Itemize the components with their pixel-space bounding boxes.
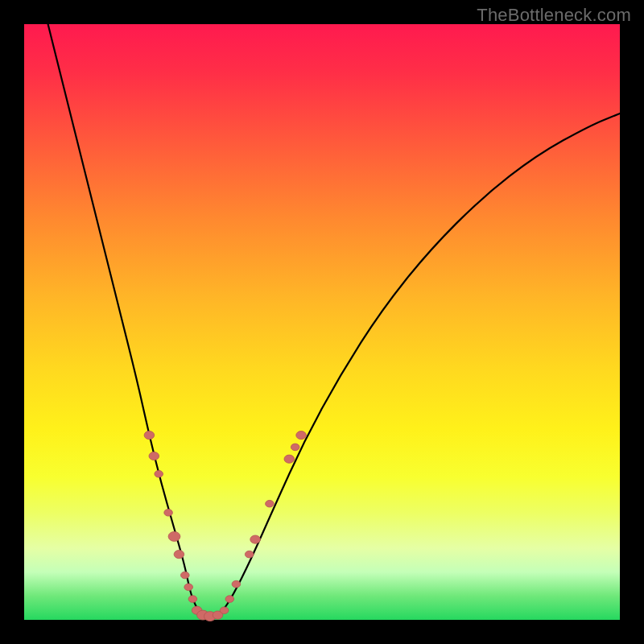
- plot-area: [24, 24, 620, 620]
- curve-marker: [225, 596, 234, 603]
- curve-marker: [155, 470, 163, 477]
- curve-marker: [184, 584, 193, 591]
- curve-marker: [174, 551, 184, 559]
- curve-marker: [149, 452, 159, 460]
- curve-marker: [220, 607, 229, 614]
- curve-marker: [232, 580, 241, 588]
- curve-marker: [164, 510, 173, 517]
- curve-marker: [284, 455, 295, 463]
- curve-marker: [291, 444, 299, 451]
- curve-marker: [181, 572, 190, 579]
- watermark-text: TheBottleneck.com: [477, 5, 631, 26]
- curve-marker: [144, 431, 155, 440]
- curve-marker: [296, 431, 307, 440]
- curve-marker: [250, 535, 261, 543]
- chart-frame: TheBottleneck.com: [0, 0, 644, 644]
- curve-marker: [266, 500, 275, 507]
- marker-group: [144, 431, 306, 621]
- curve-marker: [168, 531, 180, 541]
- curve-marker: [188, 596, 197, 603]
- curve-svg: [24, 24, 620, 620]
- bottleneck-curve: [48, 24, 620, 616]
- curve-marker: [245, 551, 254, 558]
